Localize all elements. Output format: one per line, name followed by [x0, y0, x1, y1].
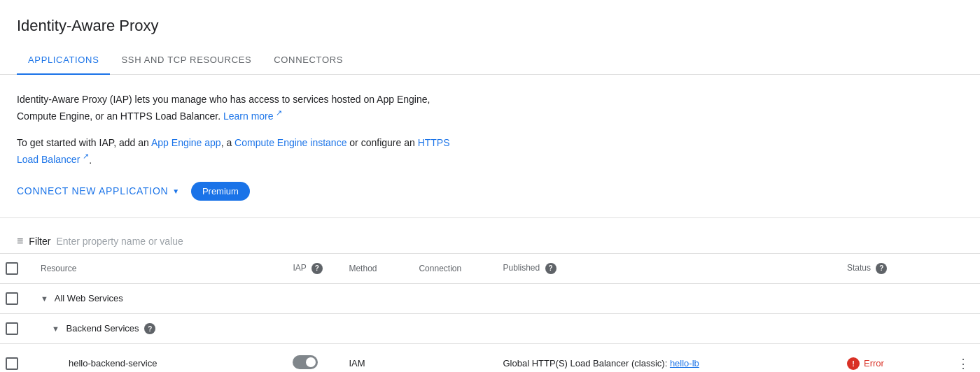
divider: [0, 217, 980, 218]
table-row: ▼ All Web Services: [0, 283, 980, 313]
error-icon: !: [847, 357, 860, 370]
description-text: Identity-Aware Proxy (IAP) lets you mana…: [17, 92, 451, 124]
select-all-checkbox[interactable]: [6, 262, 18, 275]
app-engine-link[interactable]: App Engine app: [151, 137, 221, 148]
filter-bar: ≡ Filter: [0, 229, 980, 254]
table-row: ▼ Backend Services ?: [0, 313, 980, 343]
table-row: hello-backend-service IAM Global HTTP(S)…: [0, 343, 980, 372]
row-checkbox[interactable]: [6, 357, 18, 370]
resource-cell: ▼ Backend Services ?: [35, 313, 287, 343]
method-cell: IAM: [343, 343, 413, 372]
tab-ssh-tcp[interactable]: SSH AND TCP RESOURCES: [110, 46, 262, 75]
status-cell: ! Error: [841, 343, 946, 372]
row-checkbox[interactable]: [6, 322, 18, 335]
resource-cell: ▼ All Web Services: [35, 283, 287, 313]
expand-icon[interactable]: ▼: [52, 324, 59, 333]
th-actions: [946, 254, 980, 284]
row-actions-cell: ⋮: [946, 343, 980, 372]
resources-table: Resource IAP ? Method Connection Publish…: [0, 254, 980, 372]
filter-label: Filter: [29, 236, 50, 247]
th-connection: Connection: [413, 254, 497, 284]
th-published: Published ?: [497, 254, 841, 284]
premium-badge: Premium: [191, 182, 250, 201]
row-checkbox-cell: [0, 283, 35, 313]
th-status: Status ?: [841, 254, 946, 284]
iap-toggle-cell: [287, 343, 343, 372]
more-options-button[interactable]: ⋮: [952, 352, 974, 372]
learn-more-link[interactable]: Learn more ↗: [223, 110, 282, 122]
row-checkbox[interactable]: [6, 292, 18, 305]
description-text-2: To get started with IAP, add an App Engi…: [17, 135, 451, 167]
backend-services-help-icon[interactable]: ?: [144, 323, 155, 334]
page-title: Identity-Aware Proxy: [17, 17, 963, 35]
tab-applications[interactable]: APPLICATIONS: [17, 46, 110, 75]
published-cell: Global HTTP(S) Load Balancer (classic): …: [497, 343, 841, 372]
status-error: ! Error: [847, 357, 941, 370]
filter-icon: ≡: [17, 235, 23, 248]
actions-bar: CONNECT NEW APPLICATION ▼ Premium: [17, 182, 963, 201]
tabs-nav: APPLICATIONS SSH AND TCP RESOURCES CONNE…: [0, 46, 980, 75]
connection-cell: [413, 343, 497, 372]
filter-input[interactable]: [56, 236, 963, 247]
dropdown-arrow-icon: ▼: [172, 187, 180, 195]
tab-connectors[interactable]: CONNECTORS: [262, 46, 354, 75]
expand-icon[interactable]: ▼: [41, 294, 48, 303]
error-label: Error: [864, 358, 884, 369]
published-link[interactable]: hello-lb: [670, 358, 699, 369]
iap-help-icon[interactable]: ?: [312, 263, 323, 274]
connect-new-button[interactable]: CONNECT NEW APPLICATION ▼: [17, 185, 180, 196]
row-checkbox-cell: [0, 313, 35, 343]
compute-engine-link[interactable]: Compute Engine instance: [234, 137, 346, 148]
iap-toggle[interactable]: [293, 355, 318, 369]
th-iap: IAP ?: [287, 254, 343, 284]
row-checkbox-cell: [0, 343, 35, 372]
resource-cell: hello-backend-service: [35, 343, 287, 372]
th-method: Method: [343, 254, 413, 284]
th-checkbox: [0, 254, 35, 284]
status-help-icon[interactable]: ?: [876, 263, 887, 274]
published-help-icon[interactable]: ?: [545, 263, 556, 274]
th-resource: Resource: [35, 254, 287, 284]
